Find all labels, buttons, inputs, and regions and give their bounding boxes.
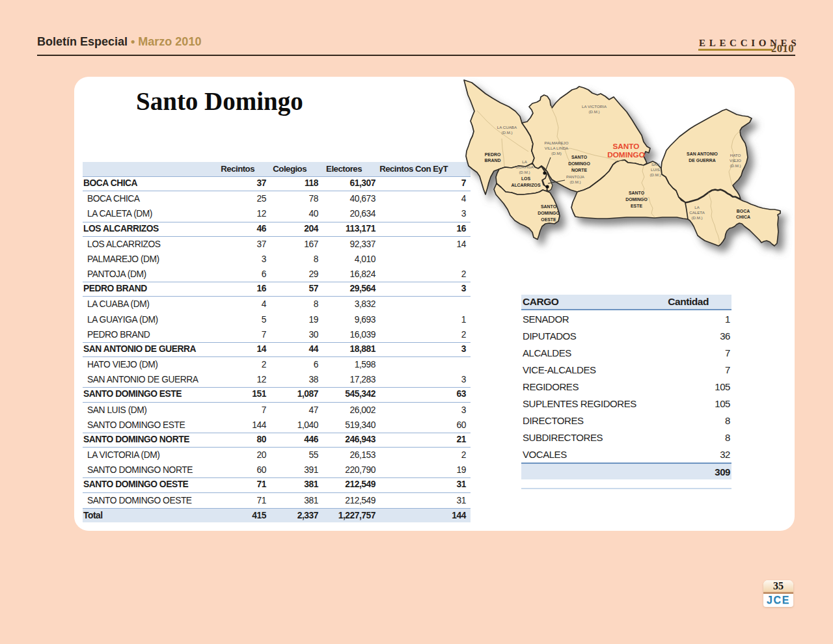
svg-text:(D.M.): (D.M.) [588, 109, 599, 114]
svg-text:LUIS: LUIS [651, 167, 660, 172]
svg-text:CALETA: CALETA [689, 210, 705, 215]
svg-text:(D.M.): (D.M.) [730, 163, 741, 168]
svg-text:PEDRO: PEDRO [485, 152, 501, 157]
svg-text:BOCA: BOCA [737, 209, 750, 213]
svg-text:LA: LA [694, 205, 700, 209]
svg-text:SAN: SAN [651, 162, 660, 167]
svg-text:DE GUERRA: DE GUERRA [689, 158, 715, 163]
svg-text:BRAND: BRAND [485, 158, 501, 163]
svg-text:PANTOJA: PANTOJA [566, 174, 585, 179]
svg-text:LOS: LOS [521, 176, 531, 181]
svg-text:(D.M.): (D.M.) [691, 215, 702, 220]
svg-text:ALCARRIZOS: ALCARRIZOS [511, 183, 541, 187]
svg-text:(D.M.): (D.M.) [501, 130, 512, 135]
svg-text:DOMINGO: DOMINGO [568, 161, 590, 166]
svg-text:GUAYIGA: GUAYIGA [515, 165, 534, 169]
svg-text:LA CUABA: LA CUABA [497, 125, 517, 129]
svg-text:LA: LA [522, 159, 527, 164]
svg-text:PALMAREJO: PALMAREJO [544, 141, 568, 145]
svg-text:DOMINGO: DOMINGO [625, 197, 648, 202]
svg-text:(D.M.): (D.M.) [649, 172, 661, 177]
svg-text:(D.M.): (D.M.) [519, 170, 530, 174]
svg-text:CHICA: CHICA [736, 215, 750, 219]
svg-text:NORTE: NORTE [571, 168, 588, 172]
svg-text:DOMINGO: DOMINGO [538, 211, 560, 215]
svg-text:DOMINGO: DOMINGO [607, 150, 645, 159]
svg-text:ESTE: ESTE [631, 204, 642, 208]
svg-text:SANTO: SANTO [612, 142, 639, 151]
svg-text:VIEJO: VIEJO [730, 158, 741, 163]
svg-text:SANTO: SANTO [571, 155, 588, 159]
svg-text:OESTE: OESTE [541, 217, 556, 222]
svg-text:SAN ANTONIO: SAN ANTONIO [687, 152, 718, 156]
svg-text:SANTO: SANTO [541, 204, 557, 209]
svg-text:LA VICTORIA: LA VICTORIA [582, 104, 607, 109]
svg-text:VILLA LINDA: VILLA LINDA [545, 146, 569, 150]
svg-text:SANTO: SANTO [629, 191, 645, 195]
svg-text:HATO: HATO [730, 153, 741, 157]
svg-text:(D.M.): (D.M.) [569, 180, 580, 184]
svg-text:(D.M): (D.M) [551, 151, 561, 155]
